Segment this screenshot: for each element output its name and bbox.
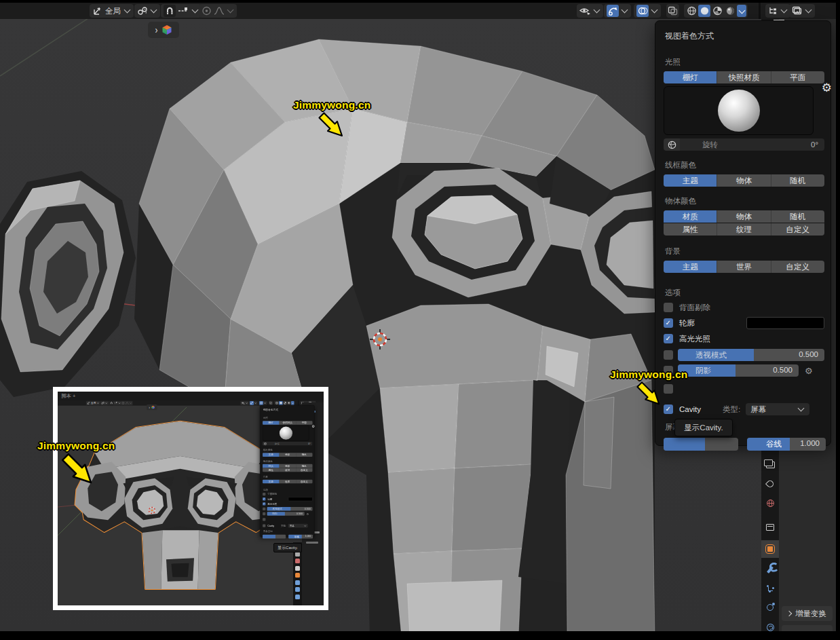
tab-view-layer-properties[interactable] bbox=[761, 456, 779, 474]
xray-slider[interactable]: 透视模式 0.500 bbox=[267, 507, 313, 511]
transform-orientation-dropdown[interactable]: 全局 bbox=[86, 401, 100, 405]
bg-world-button[interactable]: 世界 bbox=[717, 261, 771, 273]
shadow-slider[interactable]: 阴影 0.500 bbox=[678, 364, 799, 377]
panel-delta-transform[interactable]: 增量变换 bbox=[782, 606, 833, 621]
snap-magnet-toggle[interactable] bbox=[109, 401, 113, 405]
tab-modifier-properties[interactable] bbox=[761, 561, 779, 578]
shadow-settings-gear-icon[interactable]: ⚙ bbox=[307, 512, 309, 516]
shading-material-button[interactable] bbox=[283, 401, 287, 405]
tab-world-properties[interactable] bbox=[761, 494, 779, 512]
xray-toggle[interactable] bbox=[666, 4, 679, 18]
specular-checkbox[interactable] bbox=[263, 502, 265, 505]
bg-world-button[interactable]: 世界 bbox=[280, 480, 297, 484]
wire-object-button[interactable]: 物体 bbox=[717, 174, 771, 187]
color-custom-button[interactable]: 自定义 bbox=[296, 468, 312, 472]
pivot-point-dropdown[interactable] bbox=[100, 401, 109, 405]
tab-studio[interactable]: 棚灯 bbox=[664, 71, 717, 83]
ridge-slider[interactable] bbox=[664, 438, 738, 451]
wire-theme-button[interactable]: 主题 bbox=[263, 453, 280, 457]
snap-target-icon[interactable] bbox=[178, 6, 189, 16]
shadow-slider[interactable]: 阴影 0.500 bbox=[267, 512, 305, 516]
studiolight-preview[interactable] bbox=[664, 86, 814, 135]
shading-popover-button[interactable] bbox=[291, 401, 294, 405]
studiolight-preview[interactable] bbox=[263, 426, 309, 440]
ridge-slider[interactable] bbox=[263, 535, 286, 539]
color-attribute-button[interactable]: 属性 bbox=[263, 468, 280, 472]
color-material-button[interactable]: 材质 bbox=[664, 210, 717, 223]
cavity-type-dropdown[interactable]: 屏幕 bbox=[746, 403, 809, 415]
color-random-button[interactable]: 随机 bbox=[296, 464, 312, 468]
studiolight-settings-gear-icon[interactable]: ⚙ bbox=[311, 424, 315, 429]
studiolight-settings-gear-icon[interactable]: ⚙ bbox=[822, 81, 832, 95]
visibility-filter-dropdown[interactable] bbox=[240, 401, 248, 405]
outliner-filter-dropdown[interactable] bbox=[789, 4, 815, 18]
color-texture-button[interactable]: 纹理 bbox=[717, 223, 771, 236]
falloff-curve-icon[interactable] bbox=[214, 6, 225, 16]
tab-collection-properties[interactable] bbox=[761, 519, 779, 536]
shading-wireframe-button[interactable] bbox=[275, 401, 279, 405]
wire-random-button[interactable]: 随机 bbox=[771, 174, 824, 187]
falloff-curve-icon[interactable] bbox=[126, 402, 129, 404]
world-rotation-icon[interactable] bbox=[664, 138, 680, 151]
shading-rendered-button[interactable] bbox=[287, 401, 291, 405]
xray-slider[interactable]: 透视模式 0.500 bbox=[678, 349, 824, 361]
color-texture-button[interactable]: 纹理 bbox=[280, 468, 297, 472]
color-object-button[interactable]: 物体 bbox=[717, 210, 771, 223]
snap-magnet-toggle[interactable] bbox=[164, 5, 176, 17]
world-rotation-icon[interactable] bbox=[263, 442, 267, 446]
visibility-filter-dropdown[interactable] bbox=[577, 4, 603, 18]
tab-particle-properties[interactable] bbox=[761, 580, 779, 597]
color-material-button[interactable]: 材质 bbox=[263, 464, 280, 468]
outliner-display-mode-dropdown[interactable] bbox=[765, 4, 790, 18]
color-attribute-button[interactable]: 属性 bbox=[664, 223, 717, 236]
show-gizmo-toggle[interactable] bbox=[250, 401, 254, 405]
wire-object-button[interactable]: 物体 bbox=[280, 453, 297, 457]
cavity-checkbox[interactable] bbox=[263, 524, 265, 527]
tab-studio[interactable]: 棚灯 bbox=[263, 421, 280, 425]
shading-solid-button[interactable] bbox=[698, 5, 710, 17]
color-object-button[interactable]: 物体 bbox=[280, 464, 297, 468]
valley-slider[interactable]: 谷线 1.000 bbox=[747, 438, 826, 451]
show-overlays-toggle[interactable] bbox=[259, 401, 263, 405]
tab-matcap[interactable]: 快照材质 bbox=[717, 71, 771, 83]
shading-wireframe-button[interactable] bbox=[685, 5, 698, 17]
xray-checkbox[interactable] bbox=[263, 508, 265, 510]
breadcrumb[interactable]: › bbox=[148, 22, 179, 38]
specular-checkbox[interactable] bbox=[664, 334, 673, 343]
tab-physics-properties[interactable] bbox=[761, 599, 779, 616]
snap-target-icon[interactable] bbox=[114, 402, 117, 404]
wire-theme-button[interactable]: 主题 bbox=[664, 174, 717, 187]
proportional-edit-icon[interactable] bbox=[202, 6, 212, 16]
hidden-option-checkbox[interactable] bbox=[263, 518, 265, 521]
backface-checkbox[interactable] bbox=[664, 303, 673, 312]
bg-custom-button[interactable]: 自定义 bbox=[296, 480, 312, 484]
studiolight-rotation-row[interactable]: 旋转 0° bbox=[263, 442, 312, 446]
bg-theme-button[interactable]: 主题 bbox=[263, 480, 280, 484]
color-custom-button[interactable]: 自定义 bbox=[771, 223, 824, 236]
outline-color-swatch[interactable] bbox=[288, 497, 313, 501]
shading-solid-button[interactable] bbox=[279, 401, 283, 405]
shading-material-button[interactable] bbox=[711, 5, 723, 17]
wire-random-button[interactable]: 随机 bbox=[296, 453, 312, 457]
shading-rendered-button[interactable] bbox=[724, 5, 736, 17]
outline-checkbox[interactable] bbox=[263, 497, 265, 500]
tab-matcap[interactable]: 快照材质 bbox=[280, 421, 297, 425]
backface-checkbox[interactable] bbox=[263, 493, 265, 495]
tab-scene-properties[interactable] bbox=[761, 475, 779, 493]
tab-flat[interactable]: 平面 bbox=[771, 71, 824, 83]
panel-partial[interactable] bbox=[782, 625, 833, 631]
cavity-type-dropdown[interactable]: 屏幕 bbox=[288, 524, 308, 528]
transform-orientation-dropdown[interactable]: 全局 bbox=[90, 4, 134, 18]
shadow-checkbox[interactable] bbox=[263, 512, 265, 515]
outline-checkbox[interactable] bbox=[664, 318, 673, 328]
tab-object-properties[interactable] bbox=[761, 540, 779, 558]
xray-checkbox[interactable] bbox=[664, 350, 673, 360]
proportional-edit-icon[interactable] bbox=[121, 402, 125, 404]
studiolight-rotation-row[interactable]: 旋转 0° bbox=[664, 138, 824, 151]
color-random-button[interactable]: 随机 bbox=[771, 210, 824, 223]
bg-custom-button[interactable]: 自定义 bbox=[771, 261, 824, 273]
shading-popover-button[interactable] bbox=[737, 5, 746, 17]
show-gizmo-toggle[interactable] bbox=[607, 5, 619, 17]
outline-color-swatch[interactable] bbox=[746, 317, 824, 329]
shadow-settings-gear-icon[interactable]: ⚙ bbox=[805, 366, 813, 376]
